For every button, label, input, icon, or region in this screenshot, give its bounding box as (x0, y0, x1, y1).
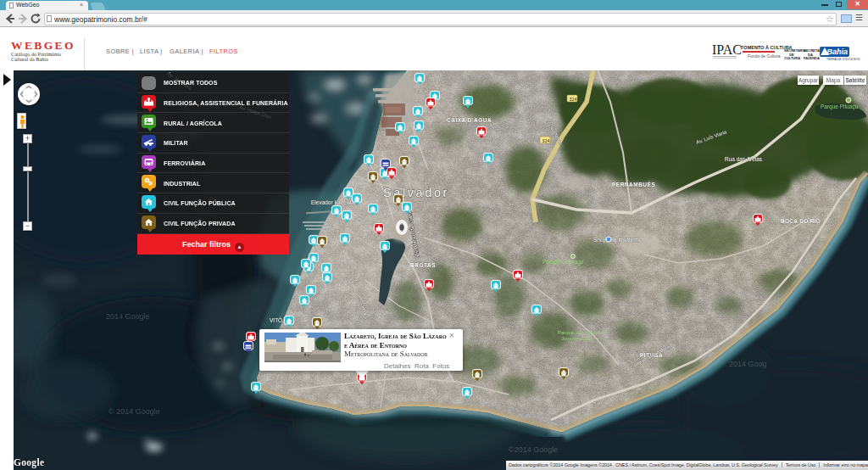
svg-text:Rua das Areias: Rua das Areias (725, 156, 763, 162)
svg-text:324: 324 (542, 138, 550, 143)
svg-text:CAIXA D'AGUA: CAIXA D'AGUA (447, 117, 492, 123)
svg-text:BROTAS: BROTAS (410, 262, 436, 268)
svg-text:Parque Santiago: Parque Santiago (542, 259, 584, 266)
svg-text:VITÓ: VITÓ (270, 316, 282, 323)
svg-text:Shopping Iguatemi: Shopping Iguatemi (593, 237, 639, 243)
svg-text:Parque Pituaçu: Parque Pituaçu (821, 104, 859, 110)
svg-text:2014 Goog: 2014 Goog (729, 360, 767, 368)
svg-text:PERNAMBUÉS: PERNAMBUÉS (612, 181, 655, 187)
svg-text:Elevador Lacerda: Elevador Lacerda (311, 199, 354, 205)
svg-text:Salvador: Salvador (383, 186, 449, 199)
svg-text:© 2014 Google: © 2014 Google (108, 407, 160, 416)
svg-text:324: 324 (570, 97, 577, 102)
svg-text:2014 Google: 2014 Google (106, 312, 150, 321)
svg-text:BOCA DO RIO: BOCA DO RIO (781, 218, 821, 224)
svg-text:Parque das Cidade: Parque das Cidade (558, 330, 602, 335)
svg-text:Joventino Sal: Joventino Sal (561, 336, 592, 341)
svg-text:©2014 Google: ©2014 Google (509, 445, 558, 454)
